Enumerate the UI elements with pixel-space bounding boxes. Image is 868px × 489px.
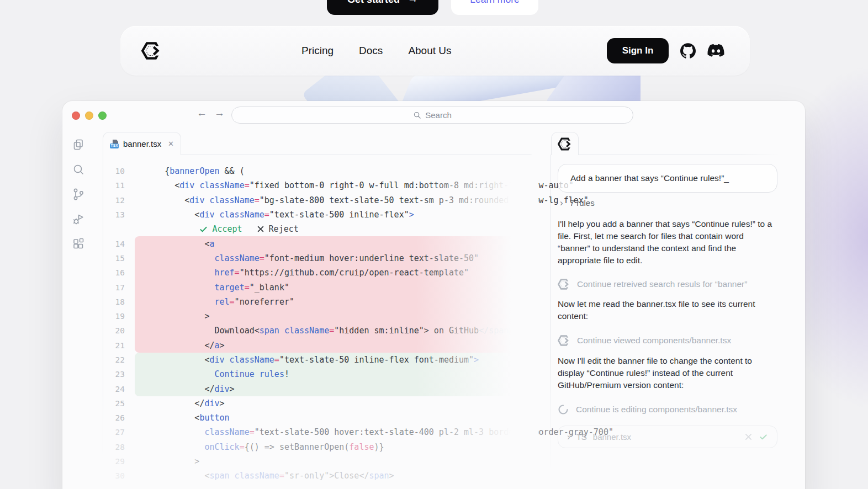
line-number: 24: [103, 385, 135, 394]
editor-panel-corner: [530, 155, 537, 162]
chip-filename: banner.tsx: [593, 432, 631, 442]
search-input[interactable]: Search: [231, 107, 633, 124]
back-arrow-icon[interactable]: ←: [197, 107, 207, 119]
code-line-11: 11<div className="fixed bottom-0 right-0…: [103, 178, 537, 193]
line-number: 13: [103, 210, 135, 219]
rules-label: 7 rules: [570, 198, 595, 208]
continue-logo-icon[interactable]: [141, 41, 161, 61]
code-line-12: 12<div className="bg-slate-800 text-slat…: [103, 193, 537, 208]
tab-continue-assistant[interactable]: [551, 132, 579, 155]
nav-link-about-us[interactable]: About Us: [408, 45, 451, 57]
rules-expander[interactable]: › 7 rules: [560, 198, 595, 208]
activity-bar: [72, 138, 85, 251]
x-icon: [257, 225, 264, 233]
reject-button[interactable]: Reject: [257, 224, 299, 234]
nav-links: PricingDocsAbout Us: [301, 26, 452, 76]
code-line-18: 18rel="noreferrer": [103, 295, 537, 309]
code-line-21: 21</a>: [103, 338, 537, 353]
run-debug-icon[interactable]: [72, 212, 85, 226]
nav-link-docs[interactable]: Docs: [359, 45, 383, 57]
code-line-29: 29>: [103, 454, 537, 469]
status-search[interactable]: Continue retreived search resuls for “ba…: [558, 278, 747, 290]
search-sidebar-icon[interactable]: [72, 163, 85, 176]
line-number: 10: [103, 167, 135, 176]
line-number: 26: [103, 413, 135, 422]
get-started-label: Get started: [347, 0, 400, 6]
accept-check-icon[interactable]: [759, 432, 768, 442]
continue-logo-icon: [558, 334, 570, 347]
line-number: 14: [103, 240, 135, 248]
code-line-16: 16href="https://github.com/cruip/open-re…: [103, 265, 537, 280]
page: Get started → Learn more PricingDocsAbou…: [0, 0, 868, 489]
check-icon: [199, 225, 208, 233]
learn-more-button[interactable]: Learn more: [451, 0, 538, 15]
tab-filename: banner.tsx: [123, 139, 161, 148]
window-close-button[interactable]: [72, 111, 80, 120]
window-maximize-button[interactable]: [98, 111, 107, 120]
extensions-icon[interactable]: [72, 237, 85, 251]
code-line-20: 20Download<span className="hidden sm:inl…: [103, 323, 537, 338]
window-minimize-button[interactable]: [85, 111, 93, 120]
code-line-15: 15className="font-medium hover:underline…: [103, 251, 537, 265]
reject-x-icon[interactable]: [744, 433, 753, 441]
code-line-23: 23Continue rules!: [103, 367, 537, 381]
github-icon[interactable]: [680, 43, 696, 59]
status-text: Continue retreived search resuls for “ba…: [577, 279, 747, 289]
continue-logo-icon: [558, 278, 570, 290]
code-line-17: 17target="_blank": [103, 280, 537, 294]
history-arrows: ← →: [197, 107, 225, 119]
arrow-right-icon: →: [407, 0, 418, 6]
code-line-30: 30<span className="sr-only">Close</span>: [103, 469, 537, 483]
chat-panel-top-border: [579, 155, 780, 155]
prompt-input[interactable]: Add a banner that says “Continue rules!”…: [558, 164, 777, 193]
line-number: 25: [103, 399, 135, 408]
code-line-13: 13<div className="text-slate-500 inline-…: [103, 208, 537, 222]
search-placeholder: Search: [425, 110, 452, 120]
code-line-26: 26<button: [103, 411, 537, 425]
line-number: 20: [103, 326, 135, 335]
assistant-message-1: I'll help you add a banner that says “Co…: [558, 218, 776, 267]
line-number: 16: [103, 268, 135, 277]
discord-icon[interactable]: [707, 44, 724, 58]
sign-in-button[interactable]: Sign In: [607, 38, 669, 63]
code-line-27: 27className="text-slate-500 hover:text-s…: [103, 425, 537, 439]
tsx-file-icon: TSX: [110, 140, 119, 148]
status-editing[interactable]: Continue is editing components/banner.ts…: [558, 404, 737, 415]
sign-in-label: Sign In: [622, 45, 654, 56]
code-line-10: 10{bannerOpen && (: [103, 164, 537, 178]
explorer-icon[interactable]: [72, 138, 85, 151]
tab-close-icon[interactable]: ✕: [168, 140, 174, 148]
code-line-28: 28onClick={() => setBannerOpen(false)}: [103, 440, 537, 454]
line-number: 28: [103, 443, 135, 451]
forward-arrow-icon[interactable]: →: [214, 107, 225, 119]
line-number: 30: [103, 471, 135, 480]
navbar: PricingDocsAbout Us Sign In: [120, 26, 750, 76]
assistant-message-3: Now I'll edit the banner file to change …: [558, 355, 776, 391]
code-line-24: 24</div>: [103, 381, 537, 396]
edited-file-chip[interactable]: › TS banner.tsx: [558, 426, 777, 448]
code-line-25: 25</div>: [103, 396, 537, 411]
code-line-22: 22<div className="text-slate-50 inline-f…: [103, 353, 537, 367]
get-started-button[interactable]: Get started →: [327, 0, 438, 15]
line-number: 23: [103, 370, 135, 379]
status-viewed[interactable]: Continue viewed components/banner.tsx: [558, 334, 731, 347]
line-number: 12: [103, 196, 135, 205]
line-number: 15: [103, 254, 135, 263]
code-line-14: 14<a: [103, 236, 537, 251]
code-lines: 10{bannerOpen && (11<div className="fixe…: [103, 164, 537, 483]
diff-actions-row: AcceptReject: [103, 222, 537, 236]
app-window: ← → Search: [62, 101, 805, 489]
nav-link-pricing[interactable]: Pricing: [301, 45, 334, 57]
source-control-icon[interactable]: [72, 188, 85, 201]
tab-banner-tsx[interactable]: TSX banner.tsx ✕: [103, 132, 181, 155]
spinner-icon: [558, 404, 569, 415]
accept-button[interactable]: Accept: [199, 224, 242, 234]
learn-more-label: Learn more: [470, 0, 520, 6]
line-number: 27: [103, 428, 135, 437]
line-number: 22: [103, 355, 135, 364]
status-text: Continue is editing components/banner.ts…: [576, 405, 737, 414]
prompt-text: Add a banner that says “Continue rules!”…: [570, 173, 729, 183]
file-lang-badge: TS: [576, 432, 587, 442]
code-line-19: 19>: [103, 309, 537, 323]
chevron-right-icon: ›: [567, 432, 570, 442]
